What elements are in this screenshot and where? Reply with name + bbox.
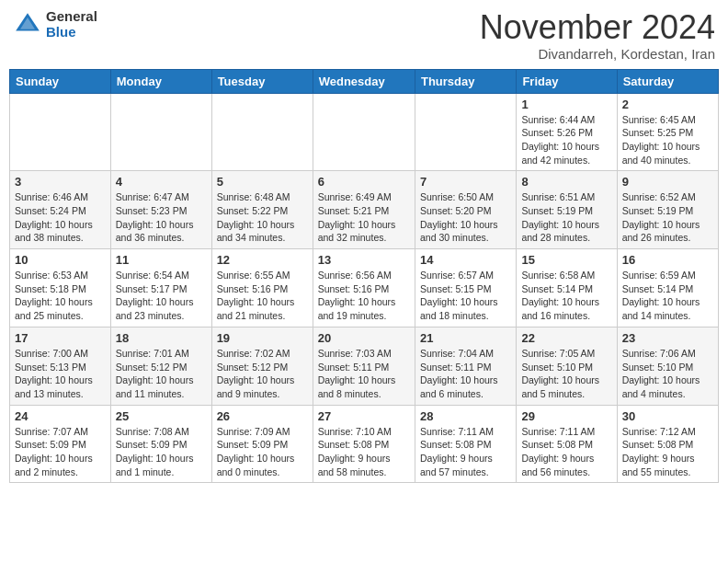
- day-number: 6: [318, 175, 410, 189]
- day-number: 13: [318, 253, 410, 267]
- day-info: Sunrise: 6:52 AM Sunset: 5:19 PM Dayligh…: [622, 190, 713, 245]
- calendar-cell: 26Sunrise: 7:09 AM Sunset: 5:09 PM Dayli…: [211, 405, 313, 483]
- day-info: Sunrise: 7:04 AM Sunset: 5:11 PM Dayligh…: [420, 347, 511, 401]
- calendar-cell: 6Sunrise: 6:49 AM Sunset: 5:21 PM Daylig…: [313, 171, 415, 249]
- calendar-cell: 11Sunrise: 6:54 AM Sunset: 5:17 PM Dayli…: [110, 249, 211, 327]
- calendar-cell: 19Sunrise: 7:02 AM Sunset: 5:12 PM Dayli…: [211, 327, 313, 405]
- calendar-cell: 13Sunrise: 6:56 AM Sunset: 5:16 PM Dayli…: [313, 249, 415, 327]
- day-number: 15: [521, 253, 611, 267]
- calendar-cell: 15Sunrise: 6:58 AM Sunset: 5:14 PM Dayli…: [517, 249, 617, 327]
- weekday-header: Wednesday: [313, 69, 415, 93]
- day-number: 8: [521, 175, 611, 189]
- calendar-cell: 9Sunrise: 6:52 AM Sunset: 5:19 PM Daylig…: [617, 171, 718, 249]
- day-info: Sunrise: 7:03 AM Sunset: 5:11 PM Dayligh…: [318, 347, 410, 401]
- day-info: Sunrise: 6:47 AM Sunset: 5:23 PM Dayligh…: [116, 190, 207, 245]
- day-number: 29: [521, 409, 611, 423]
- day-number: 7: [420, 175, 511, 189]
- calendar-cell: 21Sunrise: 7:04 AM Sunset: 5:11 PM Dayli…: [415, 327, 516, 405]
- day-number: 25: [116, 409, 207, 423]
- day-number: 16: [622, 253, 713, 267]
- logo-general: General: [46, 9, 97, 25]
- calendar-cell: [110, 93, 211, 171]
- day-info: Sunrise: 6:55 AM Sunset: 5:16 PM Dayligh…: [217, 269, 308, 323]
- day-number: 19: [217, 331, 308, 345]
- day-number: 12: [217, 253, 308, 267]
- weekday-header: Sunday: [10, 69, 111, 93]
- page-header: General Blue November 2024 Divandarreh, …: [9, 9, 719, 62]
- calendar-cell: 22Sunrise: 7:05 AM Sunset: 5:10 PM Dayli…: [517, 327, 617, 405]
- day-info: Sunrise: 6:59 AM Sunset: 5:14 PM Dayligh…: [622, 269, 713, 323]
- day-info: Sunrise: 6:56 AM Sunset: 5:16 PM Dayligh…: [318, 269, 410, 323]
- day-number: 23: [622, 331, 713, 345]
- day-number: 1: [521, 98, 611, 111]
- calendar-week-row: 17Sunrise: 7:00 AM Sunset: 5:13 PM Dayli…: [10, 327, 719, 405]
- logo-blue: Blue: [46, 25, 97, 40]
- day-info: Sunrise: 7:09 AM Sunset: 5:09 PM Dayligh…: [217, 425, 308, 479]
- day-number: 11: [116, 253, 207, 267]
- weekday-header: Tuesday: [211, 69, 313, 93]
- day-number: 20: [318, 331, 410, 345]
- calendar-week-row: 10Sunrise: 6:53 AM Sunset: 5:18 PM Dayli…: [10, 249, 719, 327]
- day-info: Sunrise: 7:05 AM Sunset: 5:10 PM Dayligh…: [521, 347, 611, 401]
- day-number: 18: [116, 331, 207, 345]
- day-info: Sunrise: 7:08 AM Sunset: 5:09 PM Dayligh…: [116, 425, 207, 479]
- calendar-cell: 4Sunrise: 6:47 AM Sunset: 5:23 PM Daylig…: [110, 171, 211, 249]
- calendar-cell: 18Sunrise: 7:01 AM Sunset: 5:12 PM Dayli…: [110, 327, 211, 405]
- location-title: Divandarreh, Kordestan, Iran: [480, 46, 715, 62]
- logo-text: General Blue: [46, 9, 97, 40]
- day-info: Sunrise: 6:53 AM Sunset: 5:18 PM Dayligh…: [15, 269, 106, 323]
- calendar-cell: 23Sunrise: 7:06 AM Sunset: 5:10 PM Dayli…: [617, 327, 718, 405]
- calendar-cell: 7Sunrise: 6:50 AM Sunset: 5:20 PM Daylig…: [415, 171, 516, 249]
- calendar-week-row: 1Sunrise: 6:44 AM Sunset: 5:26 PM Daylig…: [10, 93, 719, 171]
- calendar-cell: 28Sunrise: 7:11 AM Sunset: 5:08 PM Dayli…: [415, 405, 516, 483]
- day-info: Sunrise: 7:11 AM Sunset: 5:08 PM Dayligh…: [420, 425, 511, 479]
- day-info: Sunrise: 7:02 AM Sunset: 5:12 PM Dayligh…: [217, 347, 308, 401]
- calendar-cell: 20Sunrise: 7:03 AM Sunset: 5:11 PM Dayli…: [313, 327, 415, 405]
- calendar-cell: 12Sunrise: 6:55 AM Sunset: 5:16 PM Dayli…: [211, 249, 313, 327]
- weekday-header: Friday: [517, 69, 617, 93]
- calendar-cell: [211, 93, 313, 171]
- weekday-header: Monday: [110, 69, 211, 93]
- calendar-table: SundayMondayTuesdayWednesdayThursdayFrid…: [9, 69, 719, 484]
- calendar-cell: 8Sunrise: 6:51 AM Sunset: 5:19 PM Daylig…: [517, 171, 617, 249]
- calendar-header-row: SundayMondayTuesdayWednesdayThursdayFrid…: [10, 69, 719, 93]
- day-info: Sunrise: 6:54 AM Sunset: 5:17 PM Dayligh…: [116, 269, 207, 323]
- calendar-week-row: 3Sunrise: 6:46 AM Sunset: 5:24 PM Daylig…: [10, 171, 719, 249]
- day-number: 27: [318, 409, 410, 423]
- day-number: 22: [521, 331, 611, 345]
- calendar-cell: 27Sunrise: 7:10 AM Sunset: 5:08 PM Dayli…: [313, 405, 415, 483]
- calendar-cell: 10Sunrise: 6:53 AM Sunset: 5:18 PM Dayli…: [10, 249, 111, 327]
- day-info: Sunrise: 7:11 AM Sunset: 5:08 PM Dayligh…: [521, 425, 611, 479]
- day-number: 9: [622, 175, 713, 189]
- day-info: Sunrise: 7:10 AM Sunset: 5:08 PM Dayligh…: [318, 425, 410, 479]
- calendar-cell: 3Sunrise: 6:46 AM Sunset: 5:24 PM Daylig…: [10, 171, 111, 249]
- calendar-cell: 14Sunrise: 6:57 AM Sunset: 5:15 PM Dayli…: [415, 249, 516, 327]
- day-info: Sunrise: 6:46 AM Sunset: 5:24 PM Dayligh…: [15, 190, 106, 245]
- day-number: 5: [217, 175, 308, 189]
- day-number: 28: [420, 409, 511, 423]
- calendar-cell: 25Sunrise: 7:08 AM Sunset: 5:09 PM Dayli…: [110, 405, 211, 483]
- day-number: 3: [15, 175, 106, 189]
- calendar-cell: 24Sunrise: 7:07 AM Sunset: 5:09 PM Dayli…: [10, 405, 111, 483]
- day-info: Sunrise: 6:45 AM Sunset: 5:25 PM Dayligh…: [622, 113, 713, 167]
- day-info: Sunrise: 6:50 AM Sunset: 5:20 PM Dayligh…: [420, 190, 511, 245]
- day-info: Sunrise: 7:01 AM Sunset: 5:12 PM Dayligh…: [116, 347, 207, 401]
- calendar-cell: 2Sunrise: 6:45 AM Sunset: 5:25 PM Daylig…: [617, 93, 718, 171]
- day-number: 21: [420, 331, 511, 345]
- weekday-header: Saturday: [617, 69, 718, 93]
- day-info: Sunrise: 6:58 AM Sunset: 5:14 PM Dayligh…: [521, 269, 611, 323]
- calendar-cell: 29Sunrise: 7:11 AM Sunset: 5:08 PM Dayli…: [517, 405, 617, 483]
- day-number: 26: [217, 409, 308, 423]
- day-number: 14: [420, 253, 511, 267]
- day-info: Sunrise: 7:12 AM Sunset: 5:08 PM Dayligh…: [622, 425, 713, 479]
- logo: General Blue: [13, 9, 97, 40]
- day-info: Sunrise: 7:00 AM Sunset: 5:13 PM Dayligh…: [15, 347, 106, 401]
- day-info: Sunrise: 7:07 AM Sunset: 5:09 PM Dayligh…: [15, 425, 106, 479]
- day-number: 4: [116, 175, 207, 189]
- calendar-cell: 16Sunrise: 6:59 AM Sunset: 5:14 PM Dayli…: [617, 249, 718, 327]
- day-number: 24: [15, 409, 106, 423]
- calendar-cell: 1Sunrise: 6:44 AM Sunset: 5:26 PM Daylig…: [517, 93, 617, 171]
- calendar-cell: 17Sunrise: 7:00 AM Sunset: 5:13 PM Dayli…: [10, 327, 111, 405]
- day-number: 17: [15, 331, 106, 345]
- day-info: Sunrise: 6:44 AM Sunset: 5:26 PM Dayligh…: [521, 113, 611, 167]
